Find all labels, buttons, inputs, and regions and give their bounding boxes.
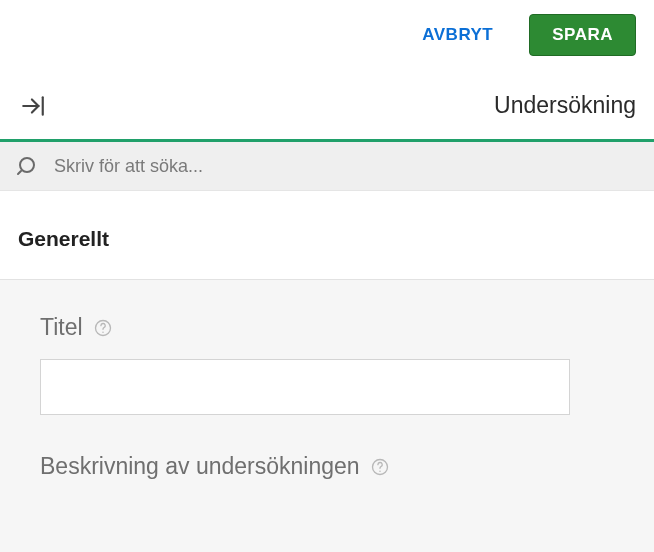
svg-line-3: [18, 171, 21, 174]
save-button[interactable]: SPARA: [529, 14, 636, 56]
svg-point-7: [379, 470, 381, 472]
help-icon[interactable]: [370, 457, 390, 477]
svg-point-2: [20, 158, 34, 172]
search-input[interactable]: [54, 156, 638, 177]
form-panel: Titel Beskrivning av undersökningen: [0, 279, 654, 552]
search-bar: [0, 142, 654, 191]
page-title: Undersökning: [494, 92, 636, 119]
description-field-label: Beskrivning av undersökningen: [40, 453, 360, 480]
section-heading-general: Generellt: [0, 191, 654, 279]
svg-point-5: [102, 331, 104, 333]
title-input[interactable]: [40, 359, 570, 415]
search-icon: [16, 154, 40, 178]
cancel-button[interactable]: AVBRYT: [422, 25, 493, 45]
collapse-panel-icon[interactable]: [20, 93, 46, 119]
help-icon[interactable]: [93, 318, 113, 338]
title-field-label: Titel: [40, 314, 83, 341]
